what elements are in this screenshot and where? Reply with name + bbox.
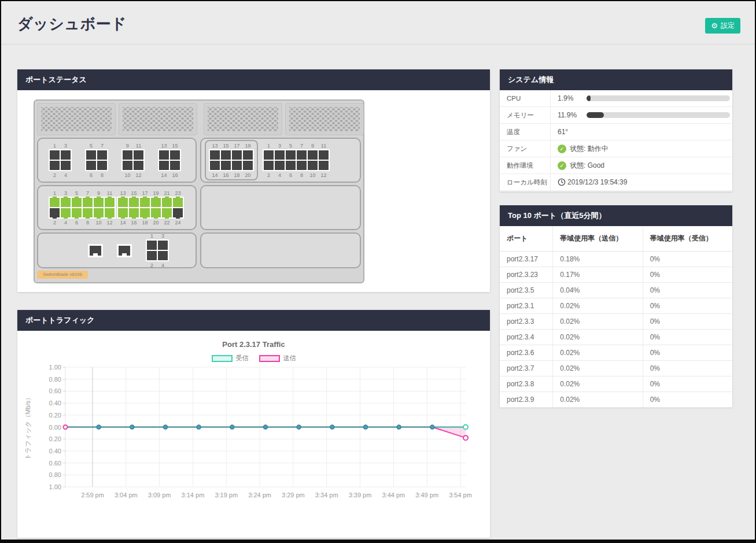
port[interactable]	[221, 150, 231, 160]
port[interactable]	[232, 150, 242, 160]
port[interactable]	[147, 241, 157, 250]
port[interactable]	[297, 150, 307, 160]
top10-row[interactable]: port2.3.90.02%0%	[500, 392, 732, 408]
port[interactable]	[319, 150, 329, 160]
port[interactable]	[286, 161, 296, 170]
port-number: 14	[209, 172, 220, 178]
port[interactable]	[90, 246, 101, 256]
port[interactable]	[61, 150, 71, 160]
port[interactable]	[162, 208, 172, 217]
port[interactable]	[134, 161, 143, 170]
top10-row[interactable]: port2.3.40.02%0%	[500, 330, 732, 345]
port[interactable]	[119, 246, 130, 256]
legend-item-receive[interactable]: 受信	[212, 354, 249, 363]
port[interactable]	[129, 198, 139, 207]
port[interactable]	[140, 208, 150, 217]
top10-row[interactable]: port2.3.50.04%0%	[500, 283, 732, 298]
port[interactable]	[158, 251, 168, 260]
port[interactable]	[118, 198, 128, 207]
port[interactable]	[50, 208, 60, 217]
clock-icon	[558, 178, 566, 186]
top10-port-name: port2.3.7	[500, 361, 553, 376]
top10-port-name: port2.3.4	[500, 330, 553, 345]
port[interactable]	[61, 208, 71, 217]
port[interactable]	[210, 150, 220, 160]
top10-row[interactable]: port2.3.230.17%0%	[500, 267, 732, 283]
port[interactable]	[151, 208, 161, 217]
port[interactable]	[86, 161, 96, 170]
switch-model-badge: SwitchBlade x8106	[37, 271, 88, 279]
port[interactable]	[286, 150, 296, 160]
port[interactable]	[159, 150, 169, 160]
port[interactable]	[129, 208, 139, 217]
legend-item-send[interactable]: 送信	[259, 354, 296, 363]
port[interactable]	[118, 208, 128, 217]
port[interactable]	[210, 161, 220, 170]
port[interactable]	[50, 198, 60, 207]
port[interactable]	[159, 161, 169, 170]
port[interactable]	[61, 161, 71, 170]
top10-port-name: port2.3.8	[500, 376, 553, 392]
port[interactable]	[50, 150, 60, 160]
port[interactable]	[97, 161, 107, 170]
port-number: 9	[307, 143, 318, 149]
system-info-row: CPU1.9%	[500, 90, 732, 107]
top10-row[interactable]: port2.3.30.02%0%	[500, 314, 732, 330]
port[interactable]	[221, 161, 231, 170]
port-number: 4	[60, 220, 71, 226]
port[interactable]	[170, 161, 180, 170]
port[interactable]	[72, 198, 82, 207]
settings-button[interactable]: ⚙ 設定	[705, 18, 740, 34]
port[interactable]	[94, 208, 104, 217]
port[interactable]	[264, 150, 274, 160]
port[interactable]	[50, 161, 60, 170]
module-slot: 1324	[37, 232, 197, 268]
port[interactable]	[297, 161, 307, 170]
port[interactable]	[170, 150, 180, 160]
port[interactable]	[173, 208, 183, 217]
port-number: 4	[274, 172, 285, 178]
port[interactable]	[72, 208, 82, 217]
port[interactable]	[232, 161, 242, 170]
port[interactable]	[83, 208, 93, 217]
port[interactable]	[105, 198, 115, 207]
port-number: 11	[318, 143, 329, 149]
port[interactable]	[105, 208, 115, 217]
port[interactable]	[86, 150, 96, 160]
vent-panel	[119, 103, 197, 135]
top10-row[interactable]: port2.3.70.02%0%	[500, 361, 732, 376]
top10-row[interactable]: port2.3.170.18%0%	[500, 252, 732, 267]
chart-title: Port 2.3.17 Traffic	[17, 340, 490, 349]
top10-cell: 0%	[643, 330, 732, 345]
port-labels: 141618202224	[117, 219, 183, 226]
traffic-chart[interactable]: 1.000.800.600.400.200.000.200.400.600.80…	[17, 362, 489, 507]
y-axis-title: トラフィック（Mb/s）	[24, 394, 31, 460]
port[interactable]	[61, 198, 71, 207]
top10-row[interactable]: port2.3.80.02%0%	[500, 376, 732, 392]
port[interactable]	[158, 241, 168, 250]
port[interactable]	[275, 161, 285, 170]
port[interactable]	[134, 150, 143, 160]
port[interactable]	[140, 198, 150, 207]
port-group	[88, 244, 103, 257]
top10-row[interactable]: port2.3.60.02%0%	[500, 345, 732, 361]
port[interactable]	[243, 150, 253, 160]
port-labels: 1012	[122, 171, 144, 179]
port[interactable]	[97, 150, 107, 160]
port[interactable]	[243, 161, 253, 170]
port[interactable]	[151, 198, 161, 207]
port[interactable]	[94, 198, 104, 207]
port[interactable]	[319, 161, 329, 170]
port[interactable]	[308, 161, 318, 170]
top10-row[interactable]: port2.3.10.02%0%	[500, 298, 732, 314]
port[interactable]	[162, 198, 172, 207]
port[interactable]	[308, 150, 318, 160]
port[interactable]	[173, 198, 183, 207]
port[interactable]	[123, 150, 132, 160]
metric-value: 61°	[558, 128, 568, 136]
port[interactable]	[147, 251, 157, 260]
port[interactable]	[123, 161, 132, 170]
port[interactable]	[83, 198, 93, 207]
port[interactable]	[264, 161, 274, 170]
port[interactable]	[275, 150, 285, 160]
